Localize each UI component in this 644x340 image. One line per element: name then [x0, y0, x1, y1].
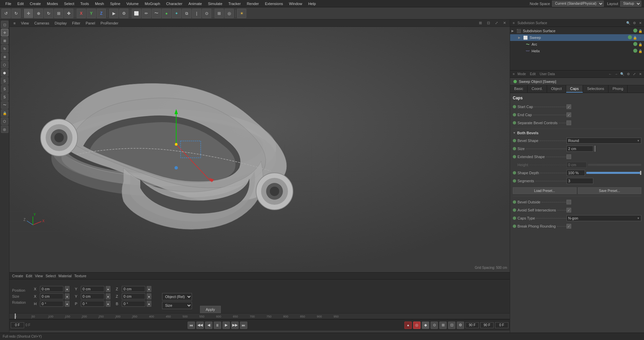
record-active-btn[interactable]: ◎ — [413, 322, 420, 329]
clone-tool[interactable]: ⧉ — [182, 9, 191, 18]
tab-caps[interactable]: Caps — [566, 85, 583, 93]
mat-menu-create[interactable]: Create — [12, 274, 23, 278]
fps-input[interactable] — [465, 322, 479, 328]
menu-create[interactable]: Create — [27, 1, 44, 6]
grid-tool[interactable]: ⊞ — [214, 9, 224, 18]
star-tool[interactable]: ✦ — [172, 9, 181, 18]
viewport-menu-view[interactable]: View — [19, 20, 30, 26]
play-to-end[interactable]: ⏭ — [240, 322, 247, 329]
b-rot-input[interactable] — [122, 301, 145, 307]
break-phong-checkbox[interactable] — [566, 224, 571, 229]
x-size-up[interactable]: ▲ — [65, 293, 69, 299]
left-tool-11[interactable]: 〜 — [1, 101, 8, 109]
move-tool[interactable]: ✛ — [24, 9, 33, 18]
load-preset-button[interactable]: Load Preset... — [513, 187, 577, 194]
mat-menu-material[interactable]: Material — [58, 274, 71, 278]
h-rot-input[interactable] — [40, 301, 63, 307]
menu-volume[interactable]: Volume — [124, 1, 142, 6]
size-mode-select[interactable]: Size — [162, 302, 192, 309]
left-tool-move[interactable]: ✛ — [1, 29, 8, 36]
tree-lock-4[interactable]: 🔒 — [638, 49, 643, 53]
menu-mograph[interactable]: MoGraph — [142, 1, 163, 6]
p-rot-input[interactable] — [81, 301, 104, 307]
z-size-input[interactable] — [122, 293, 145, 299]
start-cap-checkbox[interactable] — [566, 104, 571, 109]
play-to-start[interactable]: ⏮ — [188, 322, 195, 329]
node-space-select[interactable]: Current (Standard/Physical) — [552, 1, 604, 7]
props-forward[interactable]: → — [614, 72, 618, 77]
tool-y[interactable]: Y — [87, 9, 96, 18]
camera-tool[interactable]: ⊙ — [202, 9, 211, 18]
bevel-outside-checkbox[interactable] — [566, 200, 571, 204]
circle-tool[interactable]: ● — [162, 9, 171, 18]
shape-depth-input[interactable] — [566, 170, 585, 176]
end-frame-input[interactable] — [495, 322, 508, 328]
left-tool-10[interactable]: S — [1, 93, 8, 101]
mat-menu-edit[interactable]: Edit — [26, 274, 32, 278]
menu-extensions[interactable]: Extensions — [262, 1, 286, 6]
menu-window[interactable]: Window — [286, 1, 305, 6]
start-frame-input[interactable] — [11, 322, 24, 328]
record-btn[interactable]: ● — [404, 322, 412, 329]
caps-type-dropdown[interactable]: N-gon ▼ — [566, 215, 641, 221]
header-menu-icon[interactable]: ≡ — [511, 21, 516, 26]
segments-input[interactable] — [566, 178, 593, 184]
x-size-input[interactable] — [40, 293, 63, 299]
viewport-icon-close[interactable]: ✕ — [502, 20, 507, 26]
x-pos-up[interactable]: ▲ — [65, 286, 69, 292]
play-forward[interactable]: ▶ — [222, 322, 230, 329]
props-expand[interactable]: ⤢ — [632, 72, 637, 77]
viewport-menu-cameras[interactable]: Cameras — [33, 20, 51, 26]
menu-tracker[interactable]: Tracker — [226, 1, 244, 6]
viewport-menu-filter[interactable]: Filter — [71, 20, 82, 26]
sync-btn[interactable]: ⊡ — [448, 322, 455, 329]
b-rot-up[interactable]: ▲ — [147, 301, 151, 307]
props-search[interactable]: 🔍 — [620, 72, 625, 77]
props-back[interactable]: ← — [608, 72, 612, 77]
y-size-input[interactable] — [81, 293, 104, 299]
tree-item-subdivision[interactable]: ▶ ⬛ Subdivision Surface 🔒 — [510, 28, 644, 34]
menu-select[interactable]: Select — [61, 1, 77, 6]
header-search[interactable]: 🔍 — [626, 21, 631, 26]
menu-simulate[interactable]: Simulate — [205, 1, 225, 6]
tree-vis-dot-3[interactable] — [633, 42, 637, 46]
viewport-icon-fullscreen[interactable]: ⤢ — [494, 20, 499, 26]
tool-x[interactable]: X — [77, 9, 86, 18]
menu-modes[interactable]: Modes — [44, 1, 61, 6]
props-settings[interactable]: ⚙ — [626, 72, 631, 77]
left-tool-13[interactable]: ⬡ — [1, 117, 8, 125]
tool-btn-4[interactable]: ⊞ — [54, 9, 63, 18]
spline-tool[interactable]: 〜 — [152, 9, 161, 18]
menu-render[interactable]: Render — [244, 1, 261, 6]
z-pos-input[interactable] — [122, 286, 145, 292]
mat-menu-texture[interactable]: Texture — [74, 274, 86, 278]
menu-help[interactable]: Help — [305, 1, 318, 6]
tree-lock-2[interactable]: 🔒 — [633, 35, 637, 40]
tab-phong[interactable]: Phong — [608, 85, 628, 93]
props-header-menu[interactable]: ≡ — [511, 72, 516, 77]
tree-vis-dot-1[interactable] — [633, 29, 637, 33]
left-tool-scale[interactable]: ⊞ — [1, 37, 8, 44]
viewport-icon-2[interactable]: ⊡ — [486, 20, 491, 26]
menu-tools[interactable]: Tools — [78, 1, 92, 6]
size-slider-handle[interactable] — [595, 146, 595, 152]
left-tool-rotate[interactable]: ↻ — [1, 45, 8, 52]
layout-select[interactable]: Startup — [620, 1, 641, 7]
tree-vis-dot-4[interactable] — [633, 49, 637, 53]
mat-menu-view[interactable]: View — [35, 274, 43, 278]
tree-lock-3[interactable]: 🔒 — [638, 42, 643, 47]
light-tool[interactable]: ☀ — [237, 9, 246, 18]
end-cap-checkbox[interactable] — [566, 112, 571, 117]
object-rel-select[interactable]: Object (Rel) — [162, 293, 192, 300]
y-size-up[interactable]: ▲ — [106, 293, 110, 299]
x-pos-input[interactable] — [40, 286, 63, 292]
viewport-menu-panel[interactable]: Panel — [84, 20, 96, 26]
tree-lock-1[interactable]: 🔒 — [638, 29, 643, 33]
both-bevels-header[interactable]: ▼ Both Bevels — [513, 131, 641, 135]
bevel-shape-dropdown[interactable]: Round ▼ — [566, 138, 641, 144]
y-pos-input[interactable] — [81, 286, 104, 292]
tool-btn-3[interactable]: ↻ — [44, 9, 53, 18]
left-tool-5[interactable]: ⊕ — [1, 53, 8, 60]
props-close[interactable]: ✕ — [638, 72, 643, 77]
tool-btn-5[interactable]: ✤ — [64, 9, 73, 18]
